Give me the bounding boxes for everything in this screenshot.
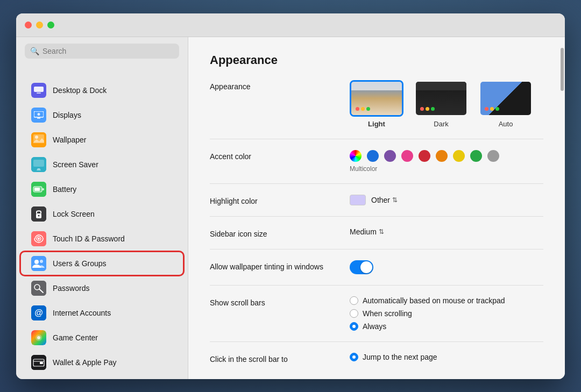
wallpaper-icon [31,132,46,147]
highlight-select[interactable]: Other ⇅ [371,196,398,204]
auto-thumb [479,80,533,117]
screensaver-label: Screen Saver [53,160,98,169]
svg-rect-33 [40,362,43,364]
light-thumb-bar [351,82,402,90]
scrollbars-auto-radio[interactable] [350,296,358,305]
appearance-options-container: Light [350,80,543,128]
accent-pink[interactable] [401,150,413,162]
touchid-label: Touch ID & Password [53,234,125,243]
dark-thumb-bar [416,82,466,90]
window-content: 🔍 Desktop & Dock Display [16,37,565,379]
appearance-dark-option[interactable]: Dark [414,80,468,128]
sidebar-item-wallet[interactable]: Wallet & Apple Pay [20,351,183,374]
accent-blue[interactable] [367,150,379,162]
light-thumb [350,80,403,117]
minimize-button[interactable] [36,22,43,28]
scrollbars-scrolling-radio[interactable] [350,309,358,318]
click-scrollbar-label: Click in the scroll bar to [210,353,350,364]
sidebar-item-users-groups[interactable]: Users & Groups [20,252,183,275]
dot-green [366,107,370,111]
show-scrollbars-label: Show scroll bars [210,296,350,307]
show-scrollbars-content: Automatically based on mouse or trackpad… [350,296,543,331]
passwords-icon [31,281,46,296]
color-circles [350,150,543,162]
dot-yellow [361,107,365,111]
wallpaper-tinting-label: Allow wallpaper tinting in windows [210,260,350,271]
close-button[interactable] [25,22,32,28]
dot-yellow-auto [490,107,494,111]
dot-green-dark [431,107,435,111]
sidebar-item-wallpaper[interactable]: Wallpaper [20,128,183,152]
sidebar-item-lockscreen[interactable]: Lock Screen [20,202,183,226]
scrollbars-auto-label: Automatically based on mouse or trackpad [363,296,505,305]
sidebar: 🔍 Desktop & Dock Display [16,37,188,379]
sidebar-icon-size-row: Sidebar icon size Medium ⇅ [210,227,543,250]
sidebar-item-desktop-dock[interactable]: Desktop & Dock [20,79,183,102]
scrollbar-thumb[interactable] [561,48,564,91]
search-box[interactable]: 🔍 [25,44,179,59]
svg-point-19 [38,238,40,240]
scrollbars-scrolling-item[interactable]: When scrolling [350,309,543,318]
scrollbars-always-radio[interactable] [350,322,358,331]
lockscreen-label: Lock Screen [53,210,95,218]
dark-thumb-dots [420,107,435,111]
accent-red[interactable] [419,150,430,162]
users-groups-icon [31,256,46,271]
click-scrollbar-next-page-radio[interactable] [350,353,358,361]
click-scrollbar-next-page-item[interactable]: Jump to the next page [350,353,543,361]
sidebar-items: Desktop & Dock Displays Wallpaper [16,76,188,377]
page-title: Appearance [210,53,543,67]
scrollbar-track[interactable] [559,37,565,379]
wallpaper-tinting-toggle[interactable] [350,260,373,274]
accent-green[interactable] [470,150,482,162]
sidebar-item-passwords[interactable]: Passwords [20,276,183,300]
sidebar-item-gamecenter[interactable]: Game Center [20,326,183,350]
click-scrollbar-options: Jump to the next page [350,353,543,361]
scrollbars-always-radio-inner [352,325,356,328]
svg-point-21 [34,260,39,264]
auto-label: Auto [499,120,513,128]
selected-accent-label: Multicolor [350,165,543,173]
accent-purple[interactable] [384,150,396,162]
gamecenter-icon [31,330,46,345]
wallpaper-tinting-row: Allow wallpaper tinting in windows [210,260,543,286]
accent-color-row: Accent color [210,150,543,184]
appearance-light-option[interactable]: Light [350,80,403,128]
scrollbars-always-item[interactable]: Always [350,322,543,331]
title-bar [16,13,565,37]
highlight-color-content: Other ⇅ [350,195,543,205]
accent-orange[interactable] [436,150,448,162]
battery-label: Battery [53,185,76,194]
highlight-row: Other ⇅ [350,195,543,205]
wallpaper-tinting-content [350,260,543,274]
accent-multicolor[interactable] [350,150,362,162]
search-input[interactable] [42,47,174,55]
accent-graphite[interactable] [487,150,499,162]
sidebar-item-internet-accounts[interactable]: @ Internet Accounts [20,301,183,325]
users-groups-label: Users & Groups [53,259,107,268]
maximize-button[interactable] [47,22,54,28]
touchid-icon [31,231,46,246]
appearance-row: Appearance [210,80,543,139]
battery-icon [31,182,46,197]
highlight-stepper-icon: ⇅ [392,196,398,204]
system-preferences-window: 🔍 Desktop & Dock Display [16,13,565,379]
show-scrollbars-row: Show scroll bars Automatically based on … [210,296,543,342]
lockscreen-icon [31,206,46,222]
highlight-color-row: Highlight color Other ⇅ [210,195,543,217]
svg-rect-9 [33,160,44,167]
sidebar-item-touchid[interactable]: Touch ID & Password [20,227,183,251]
svg-rect-1 [37,92,41,94]
dot-yellow-dark [426,107,429,111]
svg-rect-23 [31,281,46,296]
sidebar-item-screensaver[interactable]: Screen Saver [20,153,183,176]
traffic-lights [25,22,54,28]
appearance-auto-option[interactable]: Auto [479,80,533,128]
scrollbars-auto-item[interactable]: Automatically based on mouse or trackpad [350,296,543,305]
svg-rect-3 [37,118,40,119]
sidebar-icon-size-select[interactable]: Medium ⇅ [350,227,543,236]
sidebar-icon-size-content: Medium ⇅ [350,227,543,236]
sidebar-item-displays[interactable]: Displays [20,103,183,127]
accent-yellow[interactable] [453,150,465,162]
sidebar-item-battery[interactable]: Battery [20,177,183,201]
